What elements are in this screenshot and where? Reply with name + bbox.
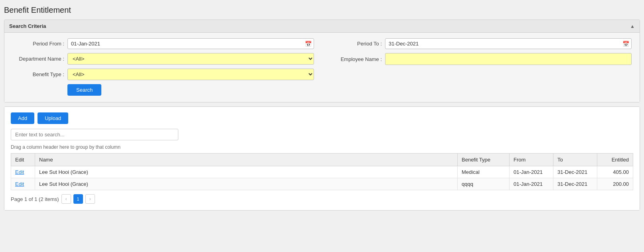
- department-name-wrap: <All>: [67, 53, 314, 65]
- pagination: Page 1 of 1 (2 items) ‹ 1 ›: [11, 194, 633, 204]
- department-name-row: Department Name : <All>: [12, 53, 314, 65]
- table-row: Edit Lee Sut Hooi (Grace) qqqq 01-Jan-20…: [11, 178, 633, 190]
- entitled-cell: 405.00: [597, 166, 633, 178]
- edit-cell: Edit: [11, 178, 35, 190]
- col-header-from: From: [510, 154, 553, 166]
- add-button[interactable]: Add: [11, 112, 34, 124]
- to-cell: 31-Dec-2021: [553, 178, 597, 190]
- period-from-input[interactable]: [67, 38, 314, 49]
- table-row: Edit Lee Sut Hooi (Grace) Medical 01-Jan…: [11, 166, 633, 178]
- name-cell: Lee Sut Hooi (Grace): [35, 166, 458, 178]
- benefit-type-row: Benefit Type : <All>: [12, 69, 314, 80]
- prev-page-button[interactable]: ‹: [61, 194, 71, 204]
- search-criteria-label: Search Criteria: [9, 23, 46, 29]
- period-from-wrap: 📅: [67, 38, 314, 49]
- period-from-label: Period From :: [12, 41, 64, 47]
- from-cell: 01-Jan-2021: [510, 178, 553, 190]
- employee-name-input[interactable]: [385, 53, 632, 65]
- from-cell: 01-Jan-2021: [510, 166, 553, 178]
- edit-link[interactable]: Edit: [15, 169, 24, 175]
- search-button-row: Search: [12, 80, 314, 96]
- collapse-icon[interactable]: ▲: [630, 24, 635, 29]
- period-to-label: Period To :: [330, 41, 382, 47]
- right-form-col: Period To : 📅 Employee Name :: [330, 38, 632, 96]
- table-header-row: Edit Name Benefit Type From To Entitled: [11, 154, 633, 166]
- benefit-type-label: Benefit Type :: [12, 71, 64, 77]
- page-1-button[interactable]: 1: [73, 194, 83, 204]
- action-buttons: Add Upload: [11, 112, 633, 124]
- search-button[interactable]: Search: [67, 84, 101, 96]
- col-header-edit: Edit: [11, 154, 35, 166]
- department-name-select[interactable]: <All>: [67, 53, 314, 65]
- benefit-type-select[interactable]: <All>: [67, 69, 314, 80]
- period-to-wrap: 📅: [385, 38, 632, 49]
- benefit-type-cell: Medical: [458, 166, 510, 178]
- search-criteria-header: Search Criteria ▲: [4, 20, 640, 33]
- employee-name-label: Employee Name :: [330, 56, 382, 62]
- next-page-button[interactable]: ›: [85, 194, 95, 204]
- benefit-type-cell: qqqq: [458, 178, 510, 190]
- name-cell: Lee Sut Hooi (Grace): [35, 178, 458, 190]
- table-body: Edit Lee Sut Hooi (Grace) Medical 01-Jan…: [11, 166, 633, 190]
- page-title: Benefit Entitlement: [4, 4, 640, 16]
- upload-button[interactable]: Upload: [38, 112, 68, 124]
- edit-link[interactable]: Edit: [15, 181, 24, 187]
- employee-name-row: Employee Name :: [330, 53, 632, 65]
- results-body: Add Upload Drag a column header here to …: [4, 107, 640, 210]
- table-search-input[interactable]: [11, 129, 178, 140]
- col-header-benefit-type: Benefit Type: [458, 154, 510, 166]
- period-to-row: Period To : 📅: [330, 38, 632, 49]
- form-grid: Period From : 📅 Department Name : <All> …: [12, 38, 632, 96]
- search-criteria-body: Period From : 📅 Department Name : <All> …: [4, 33, 640, 102]
- employee-name-wrap: [385, 53, 632, 65]
- left-form-col: Period From : 📅 Department Name : <All> …: [12, 38, 314, 96]
- edit-cell: Edit: [11, 166, 35, 178]
- pagination-info: Page 1 of 1 (2 items): [11, 196, 59, 202]
- results-panel: Add Upload Drag a column header here to …: [4, 106, 640, 211]
- period-to-input[interactable]: [385, 38, 632, 49]
- col-header-entitled: Entitled: [597, 154, 633, 166]
- drag-hint: Drag a column header here to group by th…: [11, 144, 633, 150]
- search-criteria-panel: Search Criteria ▲ Period From : 📅 Depart…: [4, 20, 640, 102]
- col-header-name: Name: [35, 154, 458, 166]
- department-name-label: Department Name :: [12, 56, 64, 62]
- period-from-row: Period From : 📅: [12, 38, 314, 49]
- benefit-type-wrap: <All>: [67, 69, 314, 80]
- entitled-cell: 200.00: [597, 178, 633, 190]
- to-cell: 31-Dec-2021: [553, 166, 597, 178]
- results-table: Edit Name Benefit Type From To Entitled …: [11, 153, 633, 190]
- col-header-to: To: [553, 154, 597, 166]
